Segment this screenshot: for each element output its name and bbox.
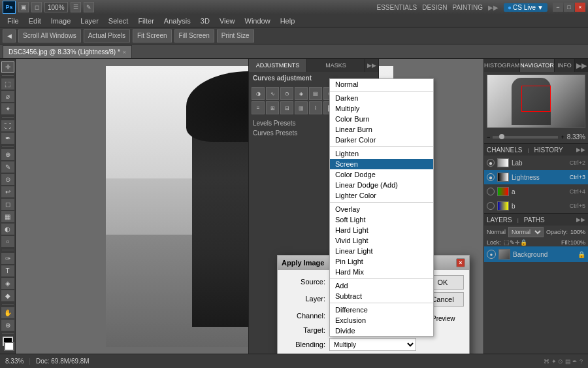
background-color[interactable] [4,342,14,351]
threshold-icon[interactable]: ⌇ [309,101,322,114]
blend-multiply[interactable]: Multiply [330,103,433,114]
brush-tool[interactable]: ✎ [1,161,14,173]
menu-filter[interactable]: Filter [133,16,158,26]
channel-lightness-eye[interactable]: ● [487,173,495,181]
menu-edit[interactable]: Edit [24,16,46,26]
menu-analysis[interactable]: Analysis [159,16,195,26]
masks-tab[interactable]: MASKS [307,59,365,72]
blend-lightercolor[interactable]: Lighter Color [330,190,433,201]
channel-lightness[interactable]: ● Lightness Ctrl+3 [484,170,588,184]
menu-file[interactable]: File [3,16,24,26]
blend-colordodge[interactable]: Color Dodge [330,169,433,180]
nav-essentials[interactable]: ESSENTIALS [377,4,417,11]
nav-painting[interactable]: PAINTING [453,4,483,11]
eyedropper-tool[interactable]: ✒ [1,133,14,144]
blend-colorburn[interactable]: Color Burn [330,114,433,124]
dialog-close-btn[interactable]: × [456,258,465,267]
brightness-icon[interactable]: ◑ [252,87,265,100]
menu-window[interactable]: Window [240,16,275,26]
blend-softlight[interactable]: Soft Light [330,214,433,225]
blend-overlay[interactable]: Overlay [330,204,433,214]
lock-trans-icon[interactable]: ⬚ [504,239,510,246]
fit-screen-btn[interactable]: Fit Screen [133,29,172,42]
blend-subtract[interactable]: Subtract [330,291,433,301]
move-tool[interactable]: ✛ [1,61,14,73]
layers-blending-select[interactable]: Normal [508,227,544,237]
minimize-button[interactable]: − [553,3,563,12]
blend-normal[interactable]: Normal [330,79,433,90]
blend-difference[interactable]: Difference [330,305,433,315]
dodge-tool[interactable]: ○ [1,236,14,247]
type-tool[interactable]: T [1,265,14,276]
hsl-icon[interactable]: ▤ [309,87,322,100]
pen-tool[interactable]: ✑ [1,253,14,264]
posterize-icon[interactable]: ▥ [295,101,308,114]
zoom-slider-thumb[interactable] [499,134,504,139]
channel-a-eye[interactable] [487,188,495,195]
blend-add[interactable]: Add [330,280,433,291]
blend-hardlight[interactable]: Hard Light [330,225,433,235]
navigator-tab[interactable]: NAVIGATOR [520,59,555,72]
channel-a[interactable]: a Ctrl+4 [484,184,588,199]
channel-lab[interactable]: ● Lab Ctrl+2 [484,156,588,170]
print-size-btn[interactable]: Print Size [217,29,254,42]
cs-live-btn[interactable]: ● CS Live ▼ [504,3,547,12]
file-icon[interactable]: ▣ [18,2,29,12]
channel-b-eye[interactable] [487,202,495,210]
brush-icon[interactable]: ✎ [84,2,94,12]
gradient-tool[interactable]: ▦ [1,211,14,222]
tab-close-btn[interactable]: × [123,49,126,56]
panel-menu-icon[interactable]: ▶▶ [575,59,588,72]
invert-icon[interactable]: ⊟ [280,101,293,114]
zoom-plus-icon[interactable]: + [561,134,564,141]
menu-view[interactable]: View [215,16,240,26]
blend-hardmix[interactable]: Hard Mix [330,267,433,277]
menu-image[interactable]: Image [46,16,76,26]
blend-darkercolor[interactable]: Darker Color [330,135,433,145]
channel-lab-eye[interactable]: ● [487,159,495,167]
layer-background[interactable]: ● Background 🔒 [484,246,588,262]
zoom-tool[interactable]: ⊕ [1,320,14,331]
lock-all-icon[interactable]: 🔒 [520,239,527,246]
info-tab[interactable]: INFO [555,59,575,72]
tool-preset-icon[interactable]: ◀ [3,29,16,42]
path-tool[interactable]: ◈ [1,278,14,289]
vibrance-icon[interactable]: ◈ [295,87,308,100]
clone-tool[interactable]: ⊙ [1,174,14,185]
maximize-button[interactable]: □ [564,3,574,12]
nav-design[interactable]: DESIGN [422,4,447,11]
lasso-tool[interactable]: ⌀ [1,91,14,102]
blend-linearburn[interactable]: Linear Burn [330,124,433,135]
actual-pixels-btn[interactable]: Actual Pixels [84,29,130,42]
eraser-tool[interactable]: ◻ [1,199,14,210]
hand-tool[interactable]: ✋ [1,307,14,318]
history-brush-tool[interactable]: ↩ [1,186,14,197]
curves-icon[interactable]: ∿ [266,87,279,100]
channels-menu-icon[interactable]: ▶▶ [576,146,585,153]
blend-lighten[interactable]: Lighten [330,148,433,159]
history-tab[interactable]: HISTORY [534,146,563,154]
new-icon[interactable]: ◻ [31,2,42,12]
paths-tab[interactable]: PATHS [524,216,545,224]
channelmixer-icon[interactable]: ≡ [252,101,265,114]
shape-tool[interactable]: ◆ [1,290,14,301]
blend-lineardodge[interactable]: Linear Dodge (Add) [330,180,433,190]
close-button[interactable]: × [575,3,585,12]
blend-screen[interactable]: Screen [330,159,433,169]
crop-tool[interactable]: ⛶ [1,120,14,131]
healing-tool[interactable]: ⊕ [1,149,14,160]
blending-select[interactable]: Multiply [329,338,416,351]
adj-panel-arrow[interactable]: ▶▶ [365,59,378,72]
channels-tab[interactable]: CHANNELS [487,146,522,154]
zoom-minus-icon[interactable]: − [487,134,490,141]
menu-layer[interactable]: Layer [76,16,103,26]
marquee-tool[interactable]: ⬚ [1,78,14,90]
lock-paint-icon[interactable]: ✎ [510,239,515,246]
mode-icon[interactable]: ☰ [71,2,81,12]
menu-3d[interactable]: 3D [196,16,214,26]
scroll-all-windows-btn[interactable]: Scroll All Windows [18,29,81,42]
menu-select[interactable]: Select [104,16,133,26]
colormatch-icon[interactable]: ⊞ [266,101,279,114]
blur-tool[interactable]: ◐ [1,224,14,235]
channel-b[interactable]: b Ctrl+5 [484,199,588,213]
